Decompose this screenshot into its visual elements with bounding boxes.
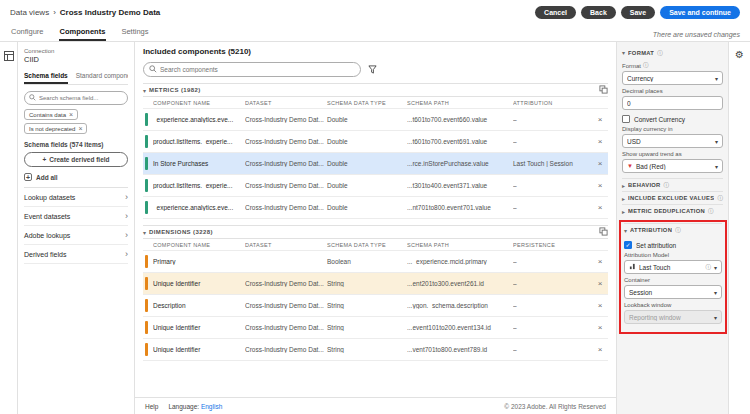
- remove-component-button[interactable]: [592, 258, 608, 266]
- schema-data-type-cell: Double: [327, 204, 407, 211]
- metrics-cards-icon[interactable]: [599, 85, 608, 95]
- table-row[interactable]: Unique Identifier Cross-Industry Demo Da…: [143, 317, 608, 339]
- table-row-highlighted[interactable]: Unique Identifier Cross-Industry Demo Da…: [143, 273, 608, 295]
- sidebar-item-derived-fields[interactable]: Derived fields: [24, 245, 128, 264]
- tab-settings[interactable]: Settings: [120, 26, 149, 41]
- language-row: Language: English: [168, 403, 222, 410]
- display-currency-label: Display currency in: [622, 126, 723, 132]
- component-name-cell: _experience.analytics.eve...: [153, 204, 245, 211]
- schema-path-cell: ...ygon._schema.description: [407, 302, 513, 309]
- section-behavior[interactable]: BEHAVIOR: [622, 178, 723, 191]
- search-icon: [29, 94, 36, 102]
- breadcrumb-root-link[interactable]: Data views: [10, 8, 49, 17]
- set-attribution-checkbox[interactable]: Set attribution: [624, 241, 722, 249]
- display-currency-select[interactable]: USD: [622, 134, 723, 148]
- tab-components[interactable]: Components: [59, 26, 107, 41]
- format-select[interactable]: Currency: [622, 71, 723, 85]
- dimensions-cards-icon[interactable]: [599, 227, 608, 237]
- schema-path-cell: ...nt701to800.event701.value: [407, 204, 513, 211]
- table-row[interactable]: _experience.analytics.eve... Cross-Indus…: [143, 197, 608, 219]
- components-search-input[interactable]: [160, 66, 355, 73]
- filter-chip-label: Is not deprecated: [29, 126, 75, 132]
- page-title: Cross Industry Demo Data: [60, 8, 160, 17]
- column-header-schema-data-type: SCHEMA DATA TYPE: [327, 242, 407, 248]
- table-row[interactable]: Unique Identifier Cross-Industry Demo Da…: [143, 339, 608, 361]
- section-format[interactable]: FORMAT: [622, 46, 723, 59]
- included-components-panel: Included components (5210) MET: [135, 42, 616, 397]
- gear-icon[interactable]: [735, 49, 744, 414]
- metrics-section-label: METRICS (1982): [149, 87, 201, 93]
- search-icon: [149, 65, 157, 74]
- schema-path-cell: ..._experience.mcid.primary: [407, 258, 513, 265]
- main-column: Included components (5210) MET: [135, 42, 616, 414]
- language-link[interactable]: English: [201, 403, 222, 410]
- table-row-selected[interactable]: In Store Purchases Cross-Industry Demo D…: [143, 153, 608, 175]
- chevron-down-icon: [714, 264, 717, 271]
- chevron-down-icon: [715, 138, 718, 145]
- schema-search-input[interactable]: [39, 95, 123, 101]
- upward-trend-select[interactable]: ▼ Bad (Red): [622, 159, 723, 173]
- metrics-section-header[interactable]: METRICS (1982): [143, 83, 608, 97]
- info-icon: [705, 263, 711, 271]
- remove-filter-icon[interactable]: [69, 111, 73, 118]
- schema-path-cell: ...event101to200.event134.id: [407, 324, 513, 331]
- back-button[interactable]: Back: [581, 6, 616, 19]
- cancel-button[interactable]: Cancel: [535, 6, 576, 19]
- attribution-model-select[interactable]: Last Touch: [624, 260, 722, 274]
- persistence-cell: –: [513, 258, 592, 265]
- remove-component-button[interactable]: [592, 182, 608, 190]
- create-derived-field-button[interactable]: Create derived field: [24, 152, 128, 167]
- filter-chip-contains-data[interactable]: Contains data: [24, 109, 78, 120]
- remove-component-button[interactable]: [592, 138, 608, 146]
- data-view-grid-icon[interactable]: [4, 51, 14, 414]
- decimal-places-input[interactable]: [622, 96, 723, 110]
- decimal-places-label: Decimal places: [622, 88, 723, 94]
- table-row[interactable]: product.listItems._experie... Cross-Indu…: [143, 175, 608, 197]
- attribution-annotation-box: ATTRIBUTION Set attribution Attribution …: [619, 220, 727, 334]
- component-name-cell: Unique Identifier: [153, 346, 245, 353]
- tab-schema-fields[interactable]: Schema fields: [24, 70, 68, 84]
- convert-currency-checkbox[interactable]: Convert Currency: [622, 115, 723, 123]
- remove-component-button[interactable]: [592, 160, 608, 168]
- save-button[interactable]: Save: [621, 6, 655, 19]
- table-row[interactable]: _experience.analytics.eve... Cross-Indus…: [143, 109, 608, 131]
- breadcrumb: Data views › Cross Industry Demo Data: [10, 8, 160, 17]
- metric-accent-bar: [145, 113, 148, 126]
- dimensions-section-header[interactable]: DIMENSIONS (3228): [143, 225, 608, 239]
- remove-component-button[interactable]: [592, 204, 608, 212]
- filter-icon[interactable]: [367, 64, 378, 75]
- help-link[interactable]: Help: [145, 403, 158, 410]
- chevron-down-icon: [715, 163, 718, 170]
- table-row[interactable]: product.listItems._experie... Cross-Indu…: [143, 131, 608, 153]
- save-and-continue-button[interactable]: Save and continue: [660, 6, 740, 19]
- chevron-right-icon: [125, 230, 128, 240]
- footer: Help Language: English © 2023 Adobe. All…: [135, 397, 616, 414]
- create-derived-field-label: Create derived field: [49, 156, 109, 163]
- section-metric-deduplication[interactable]: METRIC DEDUPLICATION: [622, 204, 723, 217]
- dataset-cell: Cross-Industry Demo Dat...: [245, 204, 327, 211]
- add-all-button[interactable]: + Add all: [24, 173, 128, 181]
- table-row[interactable]: Description Cross-Industry Demo Dat... S…: [143, 295, 608, 317]
- sidebar-item-adobe-lookups[interactable]: Adobe lookups: [24, 226, 128, 245]
- section-attribution[interactable]: ATTRIBUTION: [624, 223, 722, 236]
- filter-chip-not-deprecated[interactable]: Is not deprecated: [24, 123, 87, 134]
- section-include-exclude[interactable]: INCLUDE EXCLUDE VALUES: [622, 191, 723, 204]
- components-sidebar: Connection CIID Schema fields Standard c…: [18, 42, 135, 414]
- remove-filter-icon[interactable]: [78, 125, 82, 132]
- column-header-attribution: ATTRIBUTION: [513, 100, 592, 106]
- component-name-cell: product.listItems._experie...: [153, 138, 245, 145]
- container-select[interactable]: Session: [624, 285, 722, 299]
- remove-component-button[interactable]: [592, 346, 608, 354]
- remove-component-button[interactable]: [592, 280, 608, 288]
- tab-configure[interactable]: Configure: [10, 26, 45, 41]
- info-icon: [675, 226, 681, 234]
- table-row[interactable]: Primary Boolean ..._experience.mcid.prim…: [143, 251, 608, 273]
- sidebar-item-lookup-datasets[interactable]: Lookup datasets: [24, 188, 128, 207]
- attribution-cell: –: [513, 116, 592, 123]
- dimension-accent-bar: [145, 277, 148, 290]
- remove-component-button[interactable]: [592, 116, 608, 124]
- remove-component-button[interactable]: [592, 302, 608, 310]
- sidebar-item-event-datasets[interactable]: Event datasets: [24, 207, 128, 226]
- remove-component-button[interactable]: [592, 324, 608, 332]
- tab-standard-components[interactable]: Standard components: [76, 70, 128, 84]
